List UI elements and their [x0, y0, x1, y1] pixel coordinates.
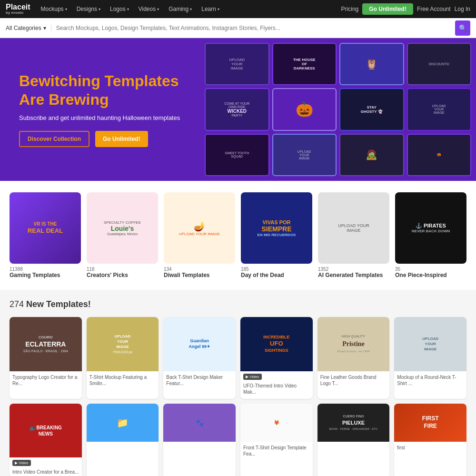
hero-card-pumpkin: 🎃: [272, 88, 337, 130]
hero-card-stay: STAYGHOSTY 👻: [339, 88, 404, 130]
pricing-link[interactable]: Pricing: [341, 6, 359, 12]
logo[interactable]: Placeit by envato: [6, 3, 30, 15]
category-dotd[interactable]: VIVAS POR SIEMPRE EN MIS RECUERDOS 185 D…: [241, 192, 312, 278]
template-pieluxe-label: [317, 442, 390, 448]
search-icon: 🔍: [459, 24, 467, 32]
template-roundneck-tshirt[interactable]: UPLOADYOURIMAGE Mockup of a Round-Neck T…: [394, 317, 466, 399]
category-creators-name: Creators' Picks: [87, 272, 158, 278]
chevron-down-icon: ▾: [157, 7, 159, 11]
chevron-down-icon: ▾: [127, 7, 129, 11]
template-guardian-angel[interactable]: GuardianAngel 99✦ Back T-Shirt Design Ma…: [163, 317, 236, 399]
category-pirates[interactable]: ⚓ PIRATES NEVER BACK DOWN 35 One Piece-I…: [395, 192, 466, 278]
template-pristine[interactable]: HIGH QUALITY Pristine Brand Artisan · es…: [317, 317, 390, 399]
category-ai[interactable]: UPLOAD YOURIMAGE 1352 AI Generated Templ…: [318, 192, 389, 278]
hero-card-11: 🧟: [339, 134, 404, 176]
template-ufo-video-thumb: INCREDIBLEUFOSIGHTINGS: [240, 317, 313, 371]
hero-card-9: SWEET TOOTHSQUAD: [205, 134, 269, 176]
template-eclaterra-thumb: COURO ECLATERRA SÃO PAULO · BRASIL · 198…: [10, 317, 82, 371]
hero-card-1: UPLOADYOURIMAGE: [205, 43, 269, 85]
template-grid-row2: 📺 BREAKINGNEWS ▶ Video Intro Video Creat…: [10, 404, 466, 476]
top-navigation: Placeit by envato Mockups ▾ Designs ▾ Lo…: [0, 0, 476, 18]
category-diwali[interactable]: 🪔 UPLOAD YOUR IMAGE 134 Diwali Templates: [164, 192, 235, 278]
category-diwali-image: 🪔 UPLOAD YOUR IMAGE: [164, 192, 235, 264]
category-ai-count: 1352: [318, 267, 389, 272]
template-tshirt-smiling-label: T-Shirt Mockup Featuring a Smilin...: [87, 371, 159, 390]
template-first-fire[interactable]: FIRSTFIRE first: [394, 404, 466, 476]
template-breaking-news[interactable]: 📺 BREAKINGNEWS ▶ Video Intro Video Creat…: [10, 404, 82, 476]
chevron-down-icon: ▾: [190, 7, 192, 11]
search-bar: All Categories ▾ 🔍: [0, 18, 476, 38]
template-eclaterra[interactable]: COURO ECLATERRA SÃO PAULO · BRASIL · 198…: [10, 317, 82, 399]
template-grid-row1: COURO ECLATERRA SÃO PAULO · BRASIL · 198…: [10, 317, 466, 399]
discover-collection-button[interactable]: Discover Collection: [19, 131, 89, 147]
hero-card-house: THE HOUSEOFDARKNESS: [272, 43, 337, 85]
template-front-tshirt-label: Front T-Shirt Design Template Fea...: [240, 442, 313, 461]
template-front-tshirt-thumb: 🦊: [240, 404, 313, 442]
category-dotd-count: 185: [241, 267, 312, 272]
hero-card-5: COME AT YOUROWN RISKWICKEDPARTY: [205, 88, 269, 130]
go-unlimited-button[interactable]: Go Unlimited!: [362, 3, 413, 15]
template-front-tshirt[interactable]: 🦊 Front T-Shirt Design Template Fea...: [240, 404, 313, 476]
template-pieluxe[interactable]: CUERO FINO PIELUXE BOOK · PURSE · ORGANI…: [317, 404, 390, 476]
hero-visual: UPLOADYOURIMAGE THE HOUSEOFDARKNESS 🦉 DI…: [200, 38, 476, 181]
category-dotd-name: Day of the Dead: [241, 272, 312, 278]
nav-mockups[interactable]: Mockups ▾: [37, 4, 71, 14]
hero-content: Bewitching Templates Are Brewing Subscri…: [0, 58, 200, 161]
nav-logos[interactable]: Logos ▾: [106, 4, 133, 14]
category-creators-count: 118: [87, 267, 158, 272]
template-ufo-video[interactable]: INCREDIBLEUFOSIGHTINGS ▶ Video UFO-Theme…: [240, 317, 313, 399]
template-roundneck-tshirt-label: Mockup of a Round-Neck T-Shirt ...: [394, 371, 466, 390]
category-ai-name: AI Generated Templates: [318, 272, 389, 278]
chevron-down-icon: ▾: [99, 7, 100, 11]
template-breaking-news-label: Intro Video Creator for a Brea...: [10, 466, 82, 476]
log-in-link[interactable]: Log In: [455, 6, 470, 12]
category-pirates-name: One Piece-Inspired: [395, 272, 466, 278]
template-breaking-news-thumb: 📺 BREAKINGNEWS: [10, 404, 82, 458]
template-pristine-thumb: HIGH QUALITY Pristine Brand Artisan · es…: [317, 317, 390, 371]
template-guardian-angel-thumb: GuardianAngel 99✦: [163, 317, 236, 371]
hero-subtitle: Subscribe and get unlimited haunting Hal…: [19, 114, 181, 121]
template-folder-blue-label: [87, 442, 159, 448]
category-gaming[interactable]: VR IS THEREAL DEAL 11388 Gaming Template…: [10, 192, 81, 278]
template-eclaterra-label: Typography Logo Creator for a Re...: [10, 371, 82, 390]
template-purple-design[interactable]: 🐾: [163, 404, 236, 476]
chevron-down-icon: ▾: [43, 25, 46, 31]
category-diwali-name: Diwali Templates: [164, 272, 235, 278]
template-roundneck-tshirt-thumb: UPLOADYOURIMAGE: [394, 317, 466, 371]
template-pristine-label: Fine Leather Goods Brand Logo T...: [317, 371, 390, 390]
search-button[interactable]: 🔍: [455, 20, 470, 36]
hero-title: Bewitching Templates Are Brewing: [19, 72, 181, 109]
category-label: All Categories: [6, 25, 41, 31]
category-gaming-name: Gaming Templates: [10, 272, 81, 278]
free-account-link[interactable]: Free Account: [417, 6, 451, 12]
template-first-fire-label: first: [394, 442, 466, 455]
nav-designs[interactable]: Designs ▾: [73, 4, 104, 14]
hero-go-unlimited-button[interactable]: Go Unlimited!: [95, 131, 148, 147]
nav-videos[interactable]: Videos ▾: [135, 4, 163, 14]
category-gaming-image: VR IS THEREAL DEAL: [10, 192, 81, 264]
nav-gaming[interactable]: Gaming ▾: [165, 4, 196, 14]
hero-card-owl: 🦉: [339, 43, 404, 85]
nav-learn[interactable]: Learn ▾: [198, 4, 223, 14]
category-gaming-count: 11388: [10, 267, 81, 272]
nav-right: Pricing Go Unlimited! Free Account Log I…: [341, 3, 470, 15]
video-badge-ufo: ▶ Video: [240, 371, 313, 380]
section-title: 274 New Templates!: [10, 299, 466, 309]
hero-card-12: 🎃: [407, 134, 472, 176]
template-tshirt-smiling[interactable]: UPLOADYOURIMAGE750X1200 px T-Shirt Mocku…: [87, 317, 159, 399]
categories-grid: VR IS THEREAL DEAL 11388 Gaming Template…: [10, 192, 466, 278]
categories-section: VR IS THEREAL DEAL 11388 Gaming Template…: [0, 181, 476, 290]
template-ufo-video-label: UFO-Themed Intro Video Mak...: [240, 380, 313, 399]
category-ai-image: UPLOAD YOURIMAGE: [318, 192, 389, 264]
template-folder-blue[interactable]: 📁: [87, 404, 159, 476]
template-first-fire-thumb: FIRSTFIRE: [394, 404, 466, 442]
chevron-down-icon: ▾: [65, 7, 67, 11]
template-folder-blue-thumb: 📁: [87, 404, 159, 442]
search-input[interactable]: [56, 25, 455, 31]
hero-card-8: UPLOADYOURIMAGE: [407, 88, 472, 130]
hero-buttons: Discover Collection Go Unlimited!: [19, 131, 181, 147]
category-creators[interactable]: SPECIALTY COFFEE Louie's Guadalajara, Me…: [87, 192, 158, 278]
category-dropdown[interactable]: All Categories ▾: [6, 25, 51, 31]
template-purple-design-thumb: 🐾: [163, 404, 236, 442]
templates-section: 274 New Templates! COURO ECLATERRA SÃO P…: [0, 290, 476, 476]
